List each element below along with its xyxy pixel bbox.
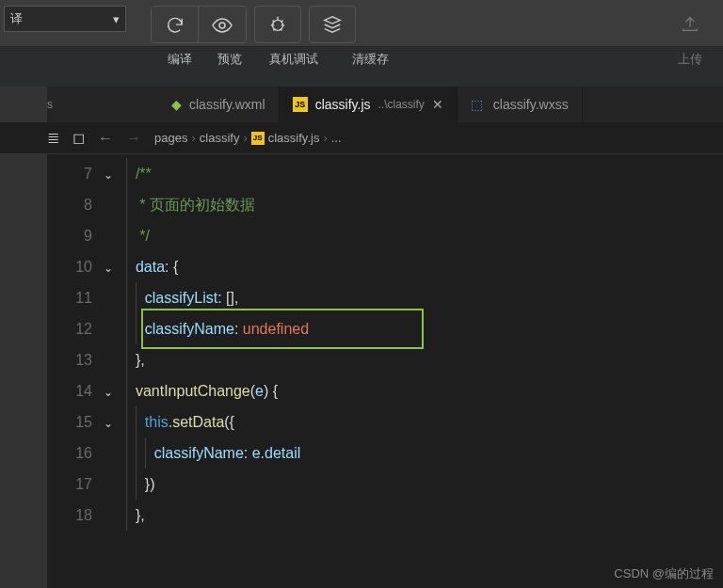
code-line[interactable]: * 页面的初始数据 — [126, 189, 723, 220]
editor-tabbar: s ◆ classify.wxml JS classify.js ..\clas… — [0, 87, 723, 122]
chevron-right-icon: › — [323, 131, 327, 145]
line-number: 11 — [47, 282, 92, 313]
fold-marker[interactable]: ⌄ — [104, 406, 126, 437]
line-gutter: 789101112131415161718 — [47, 154, 104, 588]
fold-marker[interactable]: ⌄ — [104, 158, 126, 189]
tab-suffix: ..\classify — [378, 98, 425, 111]
tab-js[interactable]: JS classify.js ..\classify ✕ — [280, 87, 458, 122]
code-line[interactable]: }) — [126, 469, 723, 500]
tab-wxml[interactable]: ◆ classify.wxml — [158, 87, 280, 122]
crumb-2[interactable]: classify.js — [268, 131, 320, 145]
fold-marker[interactable]: ⌄ — [104, 251, 126, 282]
preview-label: 预览 — [217, 51, 242, 68]
compile-button[interactable] — [152, 7, 199, 43]
chevron-right-icon: › — [191, 131, 195, 145]
layers-icon — [322, 14, 343, 35]
fold-marker[interactable] — [104, 189, 126, 220]
fold-marker[interactable] — [104, 282, 126, 313]
wxml-file-icon: ◆ — [171, 97, 182, 112]
code-line[interactable]: /** — [126, 158, 723, 189]
code-editor[interactable]: 789101112131415161718 ⌄⌄⌄⌄ /** * 页面的初始数据… — [47, 154, 723, 588]
close-icon[interactable]: ✕ — [432, 97, 443, 112]
code-line[interactable]: data: { — [126, 251, 723, 282]
compile-mode-label: 译 — [10, 10, 23, 27]
watermark: CSDN @编的过程 — [614, 565, 714, 582]
line-number: 10 — [47, 251, 92, 282]
fold-marker[interactable] — [104, 220, 126, 251]
cache-label: 清缓存 — [352, 51, 389, 68]
bookmark-icon[interactable]: ◻ — [72, 129, 85, 147]
crumb-1[interactable]: classify — [200, 131, 240, 145]
upload-button[interactable] — [667, 6, 714, 43]
line-number: 16 — [47, 437, 92, 469]
crumb-3[interactable]: ... — [331, 131, 342, 145]
line-number: 15 — [47, 406, 92, 437]
code-line[interactable]: this.setData({ — [126, 406, 723, 437]
fold-column[interactable]: ⌄⌄⌄⌄ — [104, 154, 126, 588]
upload-label: 上传 — [678, 51, 702, 68]
tab-wxss[interactable]: ⬚ classify.wxss — [458, 87, 583, 122]
compile-mode-select[interactable]: 译 ▾ — [4, 6, 126, 32]
line-number: 8 — [47, 189, 92, 220]
crumb-0[interactable]: pages — [154, 131, 187, 145]
toolbar-labels: 编译 预览 真机调试 清缓存 上传 — [0, 48, 723, 71]
main-toolbar: 译 ▾ — [0, 0, 723, 47]
highlight-box — [141, 309, 424, 349]
wxss-file-icon: ⬚ — [471, 97, 486, 112]
tab-label: classify.wxss — [493, 97, 569, 112]
compile-label: 编译 — [168, 51, 192, 68]
refresh-icon — [165, 15, 185, 36]
editor-subbar: ≣ ◻ ← → pages › classify › JS classify.j… — [0, 122, 723, 154]
fold-marker[interactable] — [104, 500, 126, 531]
code-line[interactable]: classifyName: e.detail — [126, 437, 723, 469]
compile-preview-group — [151, 6, 247, 43]
js-file-icon: JS — [251, 132, 265, 145]
code-line[interactable]: vantInputChange(e) { — [126, 375, 723, 406]
line-number: 13 — [47, 344, 92, 375]
tab-label: classify.js — [315, 97, 371, 112]
chevron-down-icon: ▾ — [113, 12, 120, 26]
line-number: 14 — [47, 375, 92, 406]
tab-label: classify.wxml — [189, 97, 265, 112]
fold-marker[interactable] — [104, 469, 126, 500]
eye-icon — [211, 14, 233, 37]
line-number: 17 — [47, 469, 92, 500]
line-number: 12 — [47, 313, 92, 344]
code-line[interactable]: }, — [126, 500, 723, 531]
breadcrumb[interactable]: pages › classify › JS classify.js › ... — [154, 131, 342, 145]
fold-marker[interactable] — [104, 313, 126, 344]
fold-marker[interactable] — [104, 344, 126, 375]
extra-glyph: s — [47, 87, 64, 122]
code-line[interactable]: */ — [126, 220, 723, 251]
svg-point-0 — [219, 23, 225, 28]
outline-icon[interactable]: ≣ — [47, 129, 59, 147]
code-content[interactable]: /** * 页面的初始数据 */ data: { classifyList: [… — [126, 154, 723, 588]
nav-forward[interactable]: → — [126, 130, 141, 147]
line-number: 9 — [47, 220, 92, 251]
line-number: 7 — [47, 158, 92, 189]
fold-marker[interactable] — [104, 437, 126, 469]
clear-cache-button[interactable] — [309, 6, 356, 43]
js-file-icon: JS — [293, 97, 308, 112]
upload-icon — [680, 14, 700, 35]
chevron-right-icon: › — [243, 131, 247, 145]
real-label: 真机调试 — [269, 51, 318, 68]
preview-button[interactable] — [199, 7, 246, 43]
editor-left-rail — [0, 87, 47, 588]
fold-marker[interactable]: ⌄ — [104, 375, 126, 406]
bug-icon — [267, 14, 288, 35]
line-number: 18 — [47, 500, 92, 531]
nav-back[interactable]: ← — [98, 130, 113, 147]
real-device-button[interactable] — [254, 6, 301, 43]
